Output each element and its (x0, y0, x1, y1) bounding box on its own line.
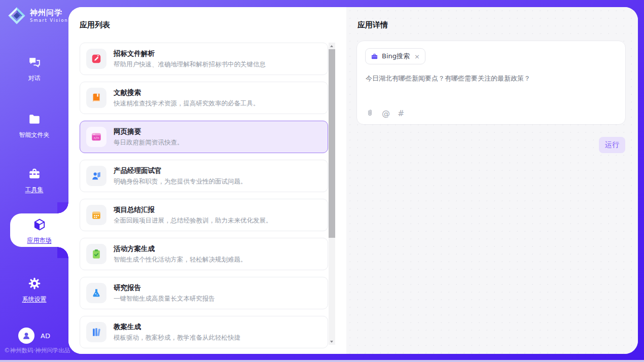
interviewer-icon (86, 166, 106, 186)
app-list-scrollbar[interactable] (329, 43, 335, 345)
scroll-up-button[interactable] (329, 43, 335, 49)
user-account[interactable]: AD (18, 328, 50, 344)
sidebar-item-settings[interactable]: 系统设置 (0, 277, 68, 304)
pen-square-icon (86, 49, 106, 69)
scroll-down-icon (330, 341, 333, 343)
app-description: 每日政府新闻资讯快查。 (114, 138, 184, 147)
sidebar-item-toolset[interactable]: 工具集 (0, 167, 68, 194)
briefcase-icon (371, 53, 378, 60)
app-list-panel: 应用列表 招标文件解析 帮助用户快速、准确地理解和解析招标书中的关键信息 文献搜… (68, 7, 346, 354)
brand-subtitle: Smart Vision (30, 18, 68, 23)
prompt-card: Bing搜索 × 今日湖北有哪些新闻要点？有哪些需要关注的最新政策？ @ # (356, 41, 626, 125)
sidebar-item-label: 对话 (28, 75, 41, 82)
app-detail-panel: 应用详情 Bing搜索 × 今日湖北有哪些新闻要点？有哪些需要关注的最新政策？ (346, 7, 638, 354)
app-list-item[interactable]: 项目总结汇报 全面回顾项目进展，总结经验教训，助力未来优化发展。 (80, 199, 328, 231)
scroll-up-icon (330, 45, 333, 47)
app-description: 明确身份和职责，为您提供专业性的面试问题。 (114, 177, 247, 186)
app-list-item[interactable]: 产品经理面试官 明确身份和职责，为您提供专业性的面试问题。 (80, 160, 328, 192)
composer-toolbar: @ # (366, 108, 404, 118)
app-list-item[interactable]: </> 网页摘要 每日政府新闻资讯快查。 (80, 121, 328, 153)
user-name: AD (41, 332, 50, 340)
clipboard-check-icon (86, 244, 106, 264)
scrollbar-thumb[interactable] (329, 49, 335, 238)
app-detail-title: 应用详情 (357, 20, 388, 30)
books-icon (86, 322, 106, 342)
avatar (18, 328, 34, 344)
app-name: 教案生成 (114, 322, 240, 332)
app-list-item[interactable]: 研究报告 一键智能生成高质量长文本研究报告 (80, 277, 328, 309)
active-notch-top (57, 202, 68, 213)
app-description: 模板驱动，教案秒成，教学准备从此轻松快捷 (114, 334, 240, 342)
query-text: 今日湖北有哪些新闻要点？有哪些需要关注的最新政策？ (366, 74, 617, 84)
app-description: 帮助用户快速、准确地理解和解析招标书中的关键信息 (114, 60, 266, 69)
sidebar-item-smart-folder[interactable]: 智能文件夹 (0, 113, 68, 139)
app-list-item[interactable]: 文献搜索 快速精准查找学术资源，提高研究效率的必备工具。 (80, 82, 328, 114)
app-list-item[interactable]: 教案生成 模板驱动，教案秒成，教学准备从此轻松快捷 (80, 316, 328, 348)
app-description: 全面回顾项目进展，总结经验教训，助力未来优化发展。 (114, 216, 272, 225)
main-content: 应用列表 招标文件解析 帮助用户快速、准确地理解和解析招标书中的关键信息 文献搜… (68, 7, 638, 354)
tool-chip-bing-search[interactable]: Bing搜索 × (365, 48, 425, 64)
sidebar-item-label: 智能文件夹 (19, 131, 50, 138)
app-name: 活动方案生成 (114, 244, 247, 254)
app-list-item[interactable]: 活动方案生成 智能生成个性化活动方案，轻松解决规划难题。 (80, 238, 328, 270)
sidebar-item-label: 应用市场 (27, 237, 52, 244)
app-name: 研究报告 (114, 283, 215, 293)
diamond-logo-icon (7, 6, 26, 25)
app-name: 网页摘要 (114, 127, 184, 136)
active-notch-bottom (57, 247, 68, 258)
sidebar-item-app-market[interactable]: 应用市场 (10, 213, 68, 247)
sidebar-item-label: 工具集 (25, 186, 44, 193)
app-description: 智能生成个性化活动方案，轻松解决规划难题。 (114, 256, 247, 264)
attachment-icon[interactable] (366, 109, 374, 118)
hash-icon[interactable]: # (398, 108, 404, 118)
brand-name: 神州问学 (30, 9, 68, 17)
browser-code-icon: </> (86, 127, 106, 147)
book-icon (86, 88, 106, 108)
sidebar-item-label: 系统设置 (22, 296, 47, 303)
bottom-strip (0, 360, 644, 362)
app-list-item[interactable]: 招标文件解析 帮助用户快速、准确地理解和解析招标书中的关键信息 (80, 43, 328, 75)
app-name: 文献搜索 (114, 88, 260, 97)
research-icon (86, 283, 106, 303)
tool-chip-label: Bing搜索 (382, 52, 410, 61)
gear-icon (28, 277, 41, 290)
copyright-footer: ©神州数码·神州问学出品 (4, 347, 70, 354)
svg-text:</>: </> (94, 136, 99, 139)
app-name: 招标文件解析 (114, 49, 266, 58)
toolbox-icon (28, 167, 41, 180)
user-avatar-icon (21, 331, 31, 341)
scroll-down-button[interactable] (329, 338, 335, 345)
app-list: 招标文件解析 帮助用户快速、准确地理解和解析招标书中的关键信息 文献搜索 快速精… (80, 43, 328, 348)
cube-icon (33, 218, 46, 231)
folder-icon (28, 113, 41, 126)
app-name: 项目总结汇报 (114, 205, 272, 214)
app-list-title: 应用列表 (80, 20, 110, 30)
sidebar-item-chat[interactable]: 对话 (0, 56, 68, 83)
app-description: 快速精准查找学术资源，提高研究效率的必备工具。 (114, 99, 260, 108)
calendar-icon (86, 205, 106, 225)
app-description: 一键智能生成高质量长文本研究报告 (114, 295, 215, 303)
brand-logo: 神州问学 Smart Vision (7, 6, 68, 25)
app-name: 产品经理面试官 (114, 166, 247, 175)
run-button[interactable]: 运行 (599, 137, 625, 153)
close-icon[interactable]: × (414, 53, 420, 60)
mention-icon[interactable]: @ (382, 108, 390, 118)
chat-icon (28, 56, 41, 69)
sidebar: 神州问学 Smart Vision 对话 智能文件夹 (0, 0, 68, 362)
